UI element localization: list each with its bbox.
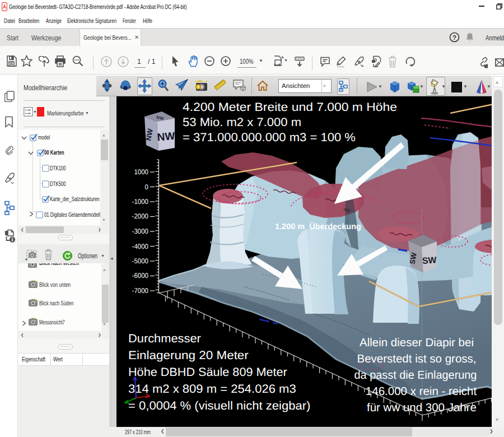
svg-text:SW: SW <box>422 255 437 266</box>
svg-text:-6000: -6000 <box>132 272 148 280</box>
svg-text:0: 0 <box>145 183 148 191</box>
svg-text:Allein dieser Diapir bei: Allein dieser Diapir bei <box>360 336 474 349</box>
svg-text:-7000: -7000 <box>132 287 148 295</box>
svg-text:Durchmesser: Durchmesser <box>128 332 201 345</box>
svg-text:NW: NW <box>157 131 175 144</box>
svg-text:-4000: -4000 <box>132 243 148 250</box>
svg-text:Höhe DBHD Säule 809 Meter: Höhe DBHD Säule 809 Meter <box>128 366 287 379</box>
svg-text:= 0,0004 % (visuell nicht zeig: = 0,0004 % (visuell nicht zeigbar) <box>128 399 310 412</box>
svg-text:-1000: -1000 <box>132 198 148 206</box>
svg-text:?: ? <box>452 35 456 41</box>
svg-text:Beverstedt ist so gross,: Beverstedt ist so gross, <box>357 352 476 365</box>
svg-text:für ww und 300 Jahre: für ww und 300 Jahre <box>367 401 477 414</box>
svg-text:= 371.000.000.000 m3 = 100 %: = 371.000.000.000 m3 = 100 % <box>183 131 356 144</box>
svg-text:-3000: -3000 <box>132 227 148 235</box>
svg-text:Einlagerung 20 Meter: Einlagerung 20 Meter <box>128 349 249 362</box>
svg-text:-5000: -5000 <box>132 257 148 265</box>
svg-text:53 Mio. m2 x 7.000 m: 53 Mio. m2 x 7.000 m <box>183 116 301 129</box>
svg-text:146.000 x rein - reicht: 146.000 x rein - reicht <box>366 385 477 398</box>
svg-text:1000: 1000 <box>134 168 148 176</box>
svg-text:314 m2 x 809 m = 254.026 m3: 314 m2 x 809 m = 254.026 m3 <box>128 383 296 396</box>
svg-text:-2000: -2000 <box>132 212 148 220</box>
svg-text:1.200 m Überdeckung: 1.200 m Überdeckung <box>275 222 361 231</box>
svg-text:da passt die Einlagerung: da passt die Einlagerung <box>354 369 477 382</box>
svg-text:4.200 Meter Breite und 7.000 m: 4.200 Meter Breite und 7.000 m Höhe <box>183 101 397 114</box>
